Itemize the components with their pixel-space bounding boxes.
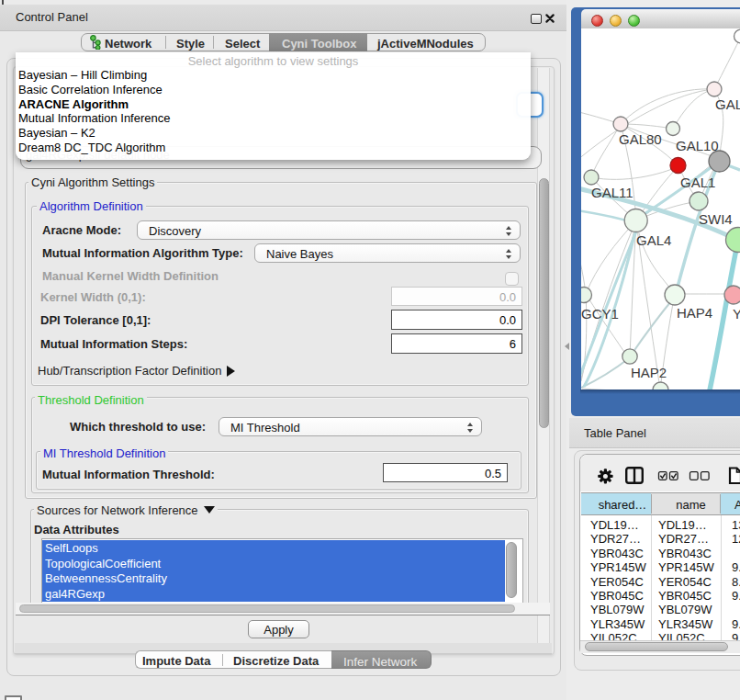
- svg-text:GAL80: GAL80: [619, 131, 662, 147]
- svg-text:GCY1: GCY1: [581, 306, 619, 322]
- svg-text:SWI4: SWI4: [699, 211, 733, 227]
- svg-text:GAL10: GAL10: [676, 138, 719, 153]
- svg-text:GAL11: GAL11: [591, 185, 633, 200]
- svg-text:GAL1: GAL1: [680, 175, 715, 190]
- svg-text:HAP4: HAP4: [677, 305, 712, 321]
- svg-text:HAP2: HAP2: [631, 365, 667, 380]
- svg-text:GAL4: GAL4: [636, 232, 671, 248]
- svg-text:GAL2: GAL2: [715, 96, 740, 112]
- svg-text:Y: Y: [733, 306, 740, 322]
